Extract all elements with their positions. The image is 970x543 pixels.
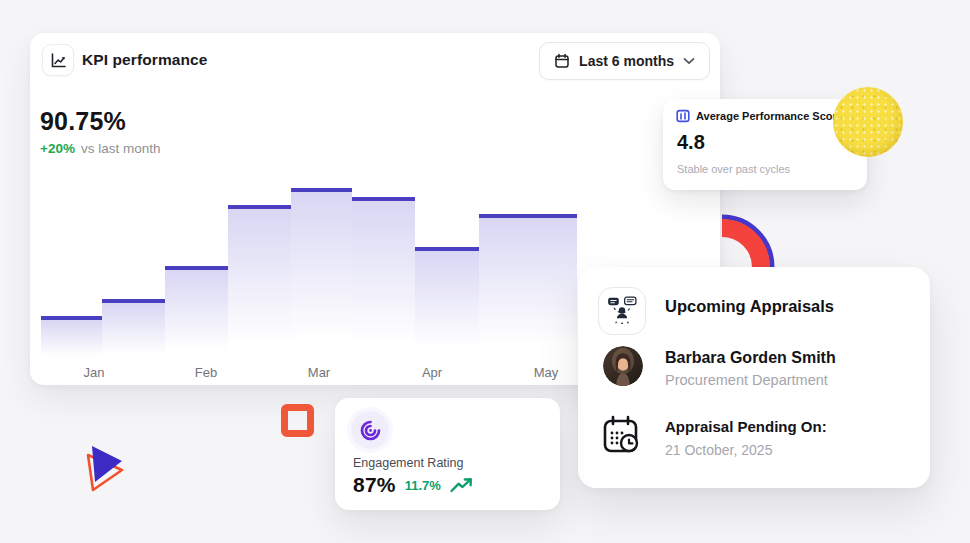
- date-range-selector[interactable]: Last 6 months: [539, 42, 710, 80]
- spiral-icon: [351, 411, 389, 449]
- calendar-clock-icon: [602, 415, 640, 461]
- kpi-metric-delta-row: +20% vs last month: [40, 141, 160, 156]
- chart-month-label: Jan: [84, 365, 105, 380]
- kpi-metric-value: 90.75%: [40, 107, 126, 136]
- chart-month-label: Mar: [308, 365, 330, 380]
- line-chart-icon: [42, 44, 74, 76]
- score-subtitle: Stable over past cycles: [677, 163, 790, 175]
- chart-step: [41, 316, 102, 361]
- appraisals-card-title: Upcoming Appraisals: [665, 297, 834, 316]
- chart-month-label: May: [534, 365, 559, 380]
- date-range-label: Last 6 months: [579, 53, 674, 69]
- chevron-down-icon: [683, 57, 695, 65]
- appraisal-pending-label: Appraisal Pending On:: [665, 418, 827, 435]
- chart-month-label: Apr: [422, 365, 442, 380]
- chart-month-labels: JanFebMarAprMay: [41, 365, 577, 383]
- kpi-delta-suffix: vs last month: [81, 141, 161, 156]
- triangles-decoration: [78, 438, 134, 496]
- review-people-icon: [598, 287, 646, 335]
- appraisal-person-name: Barbara Gorden Smith: [665, 349, 836, 367]
- engagement-title: Engagement Rating: [353, 456, 464, 470]
- donut-ring-decoration: [660, 205, 785, 268]
- chart-step: [352, 197, 415, 361]
- chart-step: [165, 266, 228, 361]
- trend-up-icon: [450, 478, 473, 493]
- kpi-step-chart: [41, 183, 577, 361]
- orange-square-decoration: [281, 404, 314, 437]
- chart-step: [479, 214, 577, 361]
- dashboard-hero: KPI performance Last 6 months 90.75% +20…: [0, 0, 970, 543]
- score-card-title: Average Performance Score: [696, 110, 843, 122]
- yellow-circle-decoration: [833, 87, 903, 157]
- engagement-value: 87%: [353, 473, 396, 497]
- chart-step: [415, 247, 479, 361]
- engagement-rating-card: Engagement Rating 87% 11.7%: [335, 398, 560, 510]
- appraisal-person-department: Procurement Department: [665, 372, 828, 388]
- avatar: [603, 346, 643, 386]
- chart-month-label: Feb: [195, 365, 217, 380]
- upcoming-appraisals-card: Upcoming Appraisals Barbara Gorden: [578, 267, 930, 488]
- chart-step: [291, 188, 352, 361]
- engagement-delta: 11.7%: [405, 478, 441, 493]
- appraisal-pending-date: 21 October, 2025: [665, 442, 772, 458]
- score-value: 4.8: [677, 131, 705, 154]
- kpi-delta-percent: +20%: [40, 141, 75, 156]
- calendar-icon: [554, 53, 570, 69]
- kpi-card-title: KPI performance: [82, 51, 208, 69]
- chart-step: [102, 299, 165, 361]
- chart-step: [228, 205, 291, 361]
- scorecard-icon: [676, 109, 690, 123]
